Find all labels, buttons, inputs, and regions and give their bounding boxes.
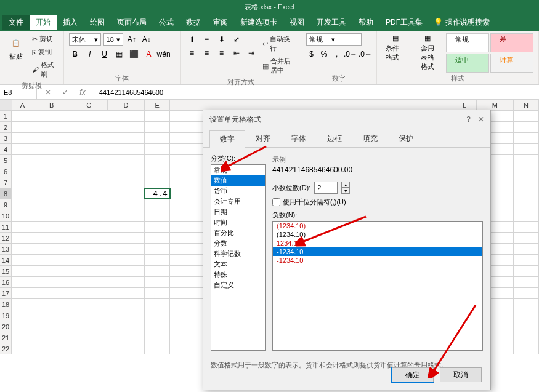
style-calc[interactable]: 计算 [490,54,533,73]
cell[interactable] [33,343,70,354]
neg-list[interactable]: (1234.10)(1234.10)1234.10-1234.10-1234.1… [272,221,483,351]
category-item[interactable]: 分数 [211,238,265,249]
align-right-button[interactable]: ≡ [216,47,228,59]
style-good[interactable]: 适中 [446,54,489,73]
cell[interactable] [70,166,107,177]
neg-item[interactable]: 1234.10 [273,239,482,247]
cell[interactable] [70,299,107,310]
cell[interactable] [33,188,70,199]
cell[interactable] [33,332,70,343]
row-header[interactable]: 4 [0,144,12,154]
cell[interactable] [514,177,539,188]
indent-inc-button[interactable]: ⇥ [245,47,257,59]
cell[interactable] [145,255,170,265]
col-header-B[interactable]: B [33,100,70,110]
cell[interactable] [12,177,33,188]
cell[interactable] [145,111,170,121]
table-format-button[interactable]: ▦套用 表格格式 [414,33,441,73]
cell[interactable] [514,310,539,321]
indent-dec-button[interactable]: ⇤ [230,47,243,59]
category-item[interactable]: 会计专用 [211,196,265,207]
dlg-tab-fill[interactable]: 填充 [352,130,388,147]
cell[interactable] [12,155,33,166]
col-header-M[interactable]: M [477,100,514,110]
cell[interactable] [514,244,539,254]
cell[interactable] [12,122,33,132]
col-header-C[interactable]: C [70,100,107,110]
category-list[interactable]: 常规数值货币会计专用日期时间百分比分数科学记数文本特殊自定义 [211,164,266,351]
cell[interactable] [12,288,33,298]
tab-view[interactable]: 视图 [283,15,310,30]
cell[interactable] [70,199,107,210]
row-header[interactable]: 18 [0,299,12,310]
style-normal[interactable]: 常规 [446,33,489,52]
cell[interactable] [107,255,144,265]
currency-button[interactable]: $ [306,48,317,60]
cell[interactable] [70,332,107,343]
cell[interactable] [107,188,144,199]
cell[interactable] [70,144,107,154]
font-color-button[interactable]: A [143,48,155,60]
cancel-formula-icon[interactable]: ✕ [42,86,54,98]
row-header[interactable]: 20 [0,321,12,332]
category-item[interactable]: 数值 [211,175,265,186]
tab-data[interactable]: 数据 [180,15,207,30]
cell[interactable] [70,111,107,121]
cell[interactable] [107,177,144,188]
cell[interactable] [12,277,33,287]
cell[interactable] [70,277,107,287]
cell[interactable] [514,199,539,210]
decimals-input[interactable] [314,182,338,194]
row-header[interactable]: 10 [0,210,12,221]
row-header[interactable]: 14 [0,255,12,265]
row-header[interactable]: 2 [0,122,12,132]
cell[interactable] [33,155,70,166]
comma-button[interactable]: , [331,48,342,60]
border-button[interactable]: ▦ [113,48,126,60]
cell[interactable] [514,233,539,243]
cell[interactable]: 4.4 [145,188,170,199]
col-header-A[interactable]: A [12,100,33,110]
inc-decimal-button[interactable]: .0→ [344,48,357,60]
cell[interactable] [145,310,170,321]
cell[interactable] [12,188,33,199]
cell[interactable] [514,210,539,221]
cell[interactable] [514,266,539,276]
cell[interactable] [12,299,33,310]
dialog-titlebar[interactable]: 设置单元格格式 ? ✕ [203,110,490,129]
cell[interactable] [70,266,107,276]
cell[interactable] [145,155,170,166]
cell[interactable] [514,332,539,343]
tab-pdf[interactable]: PDF工具集 [379,15,429,30]
cell[interactable] [107,199,144,210]
decimals-up-button[interactable]: ▲ [341,182,350,188]
cell[interactable] [514,188,539,199]
cell[interactable] [33,321,70,332]
tab-dev[interactable]: 开发工具 [310,15,352,30]
cell[interactable] [145,321,170,332]
cell[interactable] [514,133,539,143]
category-item[interactable]: 时间 [211,217,265,228]
align-top-button[interactable]: ⬆ [186,33,198,46]
row-header[interactable]: 3 [0,133,12,143]
cell[interactable] [12,255,33,265]
cell[interactable] [33,133,70,143]
cell[interactable] [33,111,70,121]
cell[interactable] [145,244,170,254]
underline-button[interactable]: U [99,48,111,60]
cell[interactable] [107,133,144,143]
cell[interactable] [107,111,144,121]
category-item[interactable]: 百分比 [211,228,265,238]
cell[interactable] [33,266,70,276]
cell[interactable] [33,233,70,243]
align-middle-button[interactable]: ≡ [201,33,213,46]
cell[interactable] [70,255,107,265]
cell[interactable] [33,122,70,132]
cell[interactable] [70,310,107,321]
col-header-L[interactable]: L [453,100,477,110]
cell[interactable] [70,177,107,188]
orientation-button[interactable]: ⤢ [230,33,243,46]
dlg-tab-number[interactable]: 数字 [209,130,245,148]
row-header[interactable]: 22 [0,343,12,354]
tab-layout[interactable]: 页面布局 [111,15,153,30]
